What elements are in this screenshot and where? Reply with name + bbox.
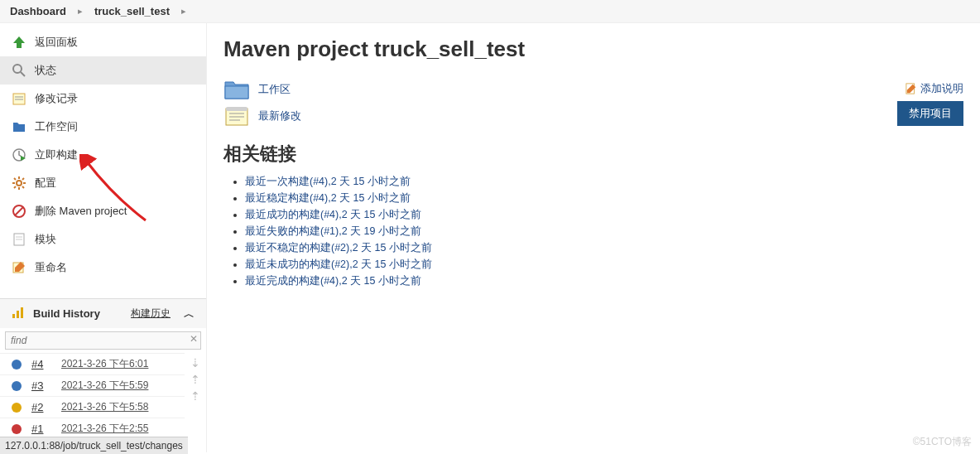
build-history-title: Build History	[33, 307, 122, 320]
sidebar-item-label: 工作空间	[35, 119, 78, 134]
status-ball-icon	[12, 424, 22, 434]
no-entry-icon	[12, 204, 26, 219]
related-link-meta: (#4),2 天 15 小时之前	[310, 192, 411, 204]
svg-line-16	[15, 207, 23, 215]
related-link[interactable]: 最近成功的构建	[245, 209, 320, 220]
svg-line-1	[21, 72, 25, 76]
svg-rect-22	[17, 311, 19, 318]
related-link-meta: (#2),2 天 15 小时之前	[331, 258, 432, 270]
add-description-link[interactable]: 添加说明	[897, 81, 963, 96]
page-title: Maven project truck_sell_test	[223, 36, 963, 62]
sidebar-item-4[interactable]: 立即构建	[0, 141, 206, 169]
recent-changes-link[interactable]: 最新修改	[258, 109, 301, 123]
build-date-link[interactable]: 2021-3-26 下午2:55	[61, 422, 148, 436]
related-link[interactable]: 最近完成的构建	[245, 275, 320, 287]
timeline-icon	[12, 306, 25, 321]
related-link-meta: (#4),2 天 15 小时之前	[320, 209, 421, 220]
build-number-link[interactable]: #4	[31, 358, 51, 370]
sidebar-item-label: 状态	[35, 63, 56, 78]
sidebar-item-7[interactable]: 模块	[0, 225, 206, 254]
build-history-row[interactable]: #22021-3-26 下午5:58	[0, 396, 185, 418]
add-description-label: 添加说明	[920, 81, 963, 96]
chevron-right-icon: ▸	[78, 6, 83, 17]
sidebar-item-label: 返回面板	[35, 35, 78, 50]
build-history-row[interactable]: #32021-3-26 下午5:59	[0, 374, 185, 396]
svg-line-14	[22, 178, 24, 180]
svg-rect-21	[12, 314, 15, 318]
sidebar-item-0[interactable]: 返回面板	[0, 28, 206, 56]
workspace-link-row: 工作区	[223, 79, 963, 100]
gear-icon	[12, 176, 26, 191]
breadcrumb-project[interactable]: truck_sell_test	[94, 5, 170, 17]
sidebar-item-label: 配置	[35, 176, 56, 191]
sidebar-item-label: 修改记录	[35, 91, 78, 106]
build-date-link[interactable]: 2021-3-26 下午5:58	[61, 400, 148, 414]
rename-icon	[12, 260, 26, 275]
related-link[interactable]: 最近稳定构建	[245, 192, 310, 204]
related-link-item: 最近稳定构建(#4),2 天 15 小时之前	[245, 191, 963, 205]
build-number-link[interactable]: #2	[31, 401, 51, 413]
folder-icon	[12, 119, 26, 134]
build-history-row[interactable]: #42021-3-26 下午6:01	[0, 353, 185, 374]
arrow-up-icon[interactable]: ⇡	[190, 389, 200, 403]
sidebar-item-6[interactable]: 删除 Maven project	[0, 197, 206, 225]
build-number-link[interactable]: #1	[31, 423, 51, 435]
svg-line-12	[22, 186, 24, 188]
workspace-link[interactable]: 工作区	[258, 82, 291, 97]
related-link-item: 最近未成功的构建(#2),2 天 15 小时之前	[245, 258, 963, 272]
sidebar-item-2[interactable]: 修改记录	[0, 85, 206, 113]
sidebar-item-5[interactable]: 配置	[0, 169, 206, 197]
notepad-icon	[12, 91, 26, 106]
breadcrumb-dashboard[interactable]: Dashboard	[10, 5, 66, 17]
build-history-search-input[interactable]	[5, 331, 201, 350]
sidebar: 返回面板状态修改记录工作空间立即构建配置删除 Maven project模块重命…	[0, 23, 207, 452]
status-ball-icon	[12, 381, 22, 391]
svg-rect-27	[226, 107, 247, 111]
sidebar-item-1[interactable]: 状态	[0, 56, 206, 85]
svg-point-0	[13, 65, 22, 73]
arrow-up-icon[interactable]: ⇡	[190, 373, 200, 386]
disable-project-button[interactable]: 禁用项目	[897, 101, 963, 126]
related-link[interactable]: 最近一次构建	[245, 176, 310, 187]
chevron-up-icon[interactable]: ︿	[184, 307, 195, 321]
svg-line-11	[14, 178, 16, 180]
doc-icon	[12, 232, 26, 247]
svg-point-6	[17, 181, 22, 186]
sidebar-item-label: 立即构建	[35, 147, 78, 162]
arrow-down-icon[interactable]: ⇣	[190, 356, 200, 369]
main-content: Maven project truck_sell_test 添加说明 禁用项目 …	[207, 23, 980, 452]
build-history-trend-link[interactable]: 构建历史	[131, 307, 171, 321]
up-arrow-icon	[12, 35, 26, 50]
build-history-list: #42021-3-26 下午6:01#32021-3-26 下午5:59#220…	[0, 353, 185, 439]
related-links-list: 最近一次构建(#4),2 天 15 小时之前最近稳定构建(#4),2 天 15 …	[245, 175, 963, 288]
related-links-header: 相关链接	[223, 142, 963, 167]
related-link[interactable]: 最近未成功的构建	[245, 258, 331, 270]
sidebar-item-label: 删除 Maven project	[35, 204, 127, 219]
svg-rect-23	[21, 307, 23, 318]
build-date-link[interactable]: 2021-3-26 下午6:01	[61, 357, 148, 371]
related-link-item: 最近完成的构建(#4),2 天 15 小时之前	[245, 274, 963, 288]
magnifier-icon	[12, 63, 26, 78]
status-ball-icon	[12, 360, 22, 369]
related-link-meta: (#4),2 天 15 小时之前	[320, 275, 421, 287]
build-date-link[interactable]: 2021-3-26 下午5:59	[61, 379, 148, 393]
clear-search-icon[interactable]: ✕	[190, 333, 198, 345]
notepad-icon	[223, 105, 250, 127]
svg-line-13	[14, 186, 16, 188]
related-link[interactable]: 最近失败的构建	[245, 225, 320, 237]
sidebar-item-label: 重命名	[35, 260, 67, 275]
breadcrumb: Dashboard ▸ truck_sell_test ▸	[0, 0, 980, 23]
build-number-link[interactable]: #3	[31, 379, 51, 392]
sidebar-item-8[interactable]: 重命名	[0, 254, 206, 282]
related-link[interactable]: 最近不稳定的构建	[245, 242, 331, 254]
sidebar-item-3[interactable]: 工作空间	[0, 113, 206, 141]
related-link-meta: (#2),2 天 15 小时之前	[331, 242, 432, 254]
build-history-side-arrows: ⇣ ⇡ ⇡	[185, 353, 206, 439]
sidebar-tasks: 返回面板状态修改记录工作空间立即构建配置删除 Maven project模块重命…	[0, 23, 206, 282]
chevron-right-icon: ▸	[181, 6, 186, 17]
clock-play-icon	[12, 147, 26, 162]
related-link-item: 最近不稳定的构建(#2),2 天 15 小时之前	[245, 241, 963, 255]
build-history-search: ✕	[5, 331, 201, 350]
related-link-item: 最近一次构建(#4),2 天 15 小时之前	[245, 175, 963, 189]
related-link-item: 最近失败的构建(#1),2 天 19 小时之前	[245, 225, 963, 239]
